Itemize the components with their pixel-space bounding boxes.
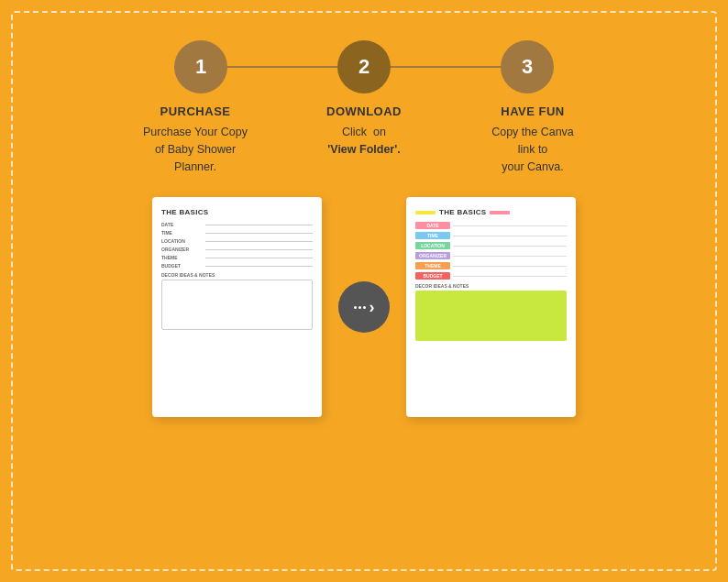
arrow-icon: › xyxy=(354,299,375,315)
step-line-1 xyxy=(227,66,337,68)
main-container: 1 2 3 PURCHASE DOWNLOAD HAVE FUN Purchas… xyxy=(11,11,717,571)
step-circle-3: 3 xyxy=(501,40,554,93)
step-circle-1: 1 xyxy=(174,40,227,93)
colored-row-budget: BUDGET xyxy=(415,272,567,280)
colored-doc-title: THE BASICS xyxy=(439,208,486,216)
plain-doc-title: THE BASICS xyxy=(161,208,313,216)
colored-document: THE BASICS DATE TIME LOCATION ORGANIZER … xyxy=(406,197,576,417)
step-desc-1: Purchase Your Copyof Baby ShowerPlanner. xyxy=(131,124,259,175)
step-desc-2: Click on'View Folder'. xyxy=(300,124,428,175)
colored-notes: DECOR IDEAS & NOTES xyxy=(415,283,567,341)
plain-row-organizer: ORGANIZER xyxy=(161,247,313,252)
colored-row-date: DATE xyxy=(415,222,567,229)
docs-area: THE BASICS DATE TIME LOCATION ORGANIZER … xyxy=(31,197,697,417)
step-circle-2: 2 xyxy=(337,40,391,93)
step-label-1: PURCHASE xyxy=(131,104,259,118)
plain-row-time: TIME xyxy=(161,230,313,236)
steps-row: 1 2 3 xyxy=(174,40,554,93)
colored-row-location: LOCATION xyxy=(415,242,567,249)
step-desc-3: Copy the Canvalink toyour Canva. xyxy=(469,124,597,175)
plain-row-date: DATE xyxy=(161,222,313,227)
plain-document: THE BASICS DATE TIME LOCATION ORGANIZER … xyxy=(152,197,322,417)
colored-row-organizer: ORGANIZER xyxy=(415,252,567,259)
step-label-3: HAVE FUN xyxy=(469,104,597,118)
arrow-circle: › xyxy=(338,281,390,333)
colored-doc-title-row: THE BASICS xyxy=(415,208,567,216)
plain-row-budget: BUDGET xyxy=(161,263,313,269)
plain-row-theme: THEME xyxy=(161,255,313,260)
desc-row: Purchase Your Copyof Baby ShowerPlanner.… xyxy=(131,124,597,175)
colored-row-time: TIME xyxy=(415,232,567,239)
plain-row-location: LOCATION xyxy=(161,238,313,244)
step-label-2: DOWNLOAD xyxy=(300,104,428,118)
colored-row-theme: THEME xyxy=(415,262,567,269)
plain-notes: DECOR IDEAS & NOTES xyxy=(161,272,313,330)
step-line-2 xyxy=(391,66,501,68)
labels-row: PURCHASE DOWNLOAD HAVE FUN xyxy=(131,104,597,118)
